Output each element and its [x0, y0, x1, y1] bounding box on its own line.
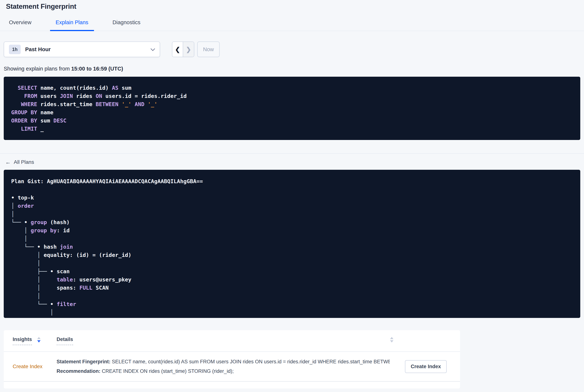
code-token [11, 126, 21, 132]
code-line: │ [11, 259, 573, 267]
sort-desc-icon [37, 340, 40, 342]
code-token [11, 93, 24, 99]
code-line: ├── • scan [11, 267, 573, 276]
time-range-dropdown[interactable]: 1h Past Hour [4, 42, 160, 57]
code-line: WHERE rides.start_time BETWEEN '_' AND '… [11, 100, 573, 108]
create-index-link[interactable]: Create Index [13, 364, 42, 369]
code-line: │ group by: id [11, 226, 573, 234]
code-token: ON [96, 93, 102, 99]
sort-asc-icon [37, 337, 40, 339]
code-line: ORDER BY sum DESC [11, 116, 573, 125]
code-token: filter [56, 301, 76, 307]
insights-table-header: Insights Details [4, 330, 460, 352]
recommendation-text: CREATE INDEX ON rides (start_time) STORI… [102, 368, 234, 374]
code-token: │ [24, 236, 27, 242]
code-token: join [60, 244, 73, 250]
statement-fingerprint-line: Statement Fingerprint: SELECT name, coun… [56, 357, 390, 366]
code-line: │ spans: FULL SCAN [11, 284, 573, 292]
sort-icon[interactable] [390, 337, 393, 342]
all-plans-link[interactable]: ← All Plans [5, 159, 34, 165]
code-token [11, 252, 37, 258]
fingerprint-text: SELECT name, count(rides.id) AS sum FROM… [112, 359, 390, 364]
insight-cell: Create Index [13, 364, 56, 370]
code-line: • top-k [11, 194, 573, 202]
prev-time-button[interactable]: ❮ [172, 42, 183, 57]
code-token: BETWEEN [96, 101, 118, 108]
code-token: order [18, 203, 34, 209]
code-token [11, 244, 24, 250]
code-token: rides.start_time [37, 101, 96, 108]
create-index-button[interactable]: Create Index [405, 360, 447, 373]
code-token [11, 309, 50, 316]
code-token [11, 101, 21, 108]
code-token [11, 227, 24, 234]
code-token: └── [24, 244, 37, 250]
code-token [131, 101, 134, 108]
code-token [144, 101, 148, 108]
code-token: │ [24, 227, 31, 234]
code-token: │ [37, 276, 57, 283]
showing-range: 15:00 to 16:59 (UTC) [71, 66, 123, 72]
code-token: │ [37, 260, 40, 266]
code-line: │ [11, 308, 573, 316]
fingerprint-label: Statement Fingerprint: [56, 359, 112, 364]
insights-column-header[interactable]: Insights [13, 336, 32, 345]
next-time-button[interactable]: ❯ [183, 42, 194, 57]
back-arrow-icon: ← [5, 159, 11, 165]
code-token: JOIN [60, 93, 73, 99]
code-token [11, 260, 37, 266]
code-token: group [31, 219, 47, 226]
code-token: (hash) [47, 219, 70, 226]
code-token: LIMIT [21, 126, 37, 132]
code-token: FULL [79, 284, 92, 291]
tab-diagnostics[interactable]: Diagnostics [107, 18, 146, 31]
code-token: │ [37, 293, 40, 299]
insights-table: Insights Details Create Index Statement … [4, 330, 460, 388]
showing-prefix: Showing explain plans from [4, 66, 71, 72]
code-line: │ [11, 210, 573, 218]
time-controls: 1h Past Hour ❮ ❯ Now [4, 42, 580, 57]
code-line: │ table: users@users_pkey [11, 276, 573, 284]
code-line: LIMIT _ [11, 125, 573, 133]
code-token [11, 85, 18, 91]
header-cell-insights: Insights [13, 336, 56, 345]
time-range-badge: 1h [9, 45, 21, 54]
code-token: : users@users_pkey [73, 276, 131, 283]
all-plans-label: All Plans [14, 159, 34, 165]
header-cell-details: Details [56, 336, 395, 345]
code-token: name [37, 109, 53, 116]
code-token: │ [11, 203, 18, 209]
code-line: FROM users JOIN rides ON users.id = ride… [11, 92, 573, 100]
details-column-header[interactable]: Details [56, 336, 73, 345]
section-divider [0, 154, 584, 154]
code-line: └── • filter [11, 300, 573, 308]
now-button[interactable]: Now [197, 42, 220, 57]
code-token [11, 276, 37, 283]
code-token: GROUP BY [11, 109, 37, 116]
tab-explain-plans[interactable]: Explain Plans [50, 18, 94, 31]
sort-icon[interactable] [37, 337, 40, 342]
code-token: ├── [37, 268, 50, 274]
code-token: AND [135, 101, 144, 108]
code-token: '_' [122, 101, 131, 108]
code-token: ORDER BY [11, 118, 37, 124]
tab-overview[interactable]: Overview [3, 18, 37, 31]
code-token: equality: (id) = (rider_id) [44, 252, 131, 258]
code-line: └── • hash join [11, 243, 573, 251]
sort-asc-icon [390, 337, 393, 339]
code-token: sum [118, 85, 131, 91]
code-token: └── [11, 219, 24, 226]
code-token: users.id = rides.rider_id [102, 93, 187, 99]
table-row: Create Index Statement Fingerprint: SELE… [4, 352, 460, 382]
code-token [11, 301, 37, 307]
code-token: SCAN [92, 284, 109, 291]
recommendation-label: Recommendation: [56, 368, 102, 374]
page-title: Statement Fingerprint [6, 2, 584, 10]
code-token: : id [56, 227, 70, 234]
code-token [11, 284, 37, 291]
recommendation-line: Recommendation: CREATE INDEX ON rides (s… [56, 366, 390, 376]
sql-statement-block: SELECT name, count(rides.id) AS sum FROM… [4, 77, 580, 140]
code-token: Plan Gist: AgHUAQIABQAAAAHYAQIAiAEAAAADC… [11, 178, 203, 184]
code-token: table [56, 276, 73, 283]
code-token: • scan [50, 268, 70, 274]
